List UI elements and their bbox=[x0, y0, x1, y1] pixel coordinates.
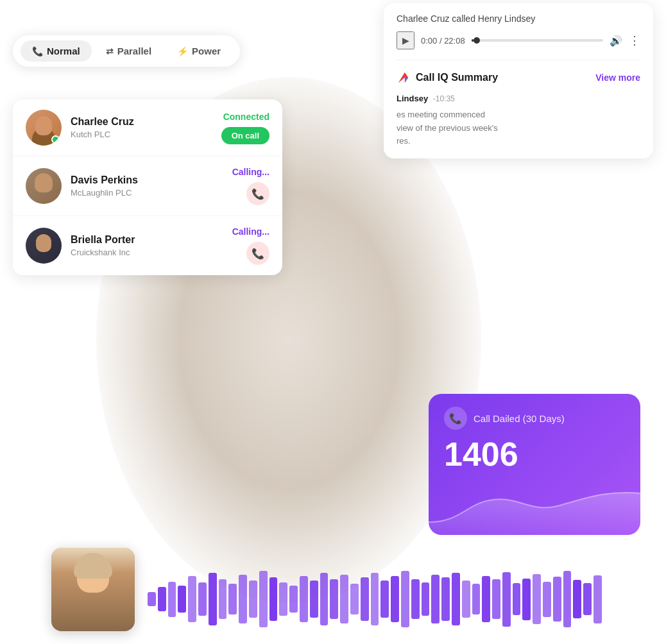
on-call-button-charlee[interactable]: On call bbox=[221, 127, 269, 144]
waveform-bar bbox=[209, 573, 217, 625]
waveform-bar bbox=[239, 575, 247, 623]
waveform-bar bbox=[340, 575, 348, 623]
contact-item-briella[interactable]: Briella Porter Cruickshank Inc Calling..… bbox=[13, 216, 282, 275]
waveform-bar bbox=[452, 573, 460, 625]
waveform-bar bbox=[188, 576, 196, 622]
tab-parallel-label: Parallel bbox=[117, 46, 151, 56]
status-label-davis: Calling... bbox=[232, 167, 269, 177]
waveform-bar bbox=[502, 572, 511, 627]
hangup-button-briella[interactable]: 📞 bbox=[246, 242, 269, 265]
waveform-bar bbox=[422, 582, 430, 616]
call-iq-header: Call IQ Summary View more bbox=[397, 71, 640, 85]
audio-progress-bar[interactable] bbox=[472, 39, 603, 42]
svg-marker-1 bbox=[405, 78, 409, 83]
volume-icon[interactable]: 🔊 bbox=[610, 35, 622, 47]
view-more-link[interactable]: View more bbox=[595, 72, 640, 83]
waveform-bar bbox=[158, 587, 166, 611]
waveform-bar bbox=[462, 580, 470, 618]
audio-player: ▶ 0:00 / 22:08 🔊 ⋮ bbox=[397, 31, 640, 60]
phone-icon: 📞 bbox=[32, 46, 43, 56]
waveform-bar bbox=[563, 571, 572, 627]
tab-parallel[interactable]: ⇄ Parallel bbox=[94, 40, 163, 62]
waveform-bar bbox=[593, 575, 602, 623]
waveform-bar bbox=[148, 592, 156, 606]
stats-card: 📞 Call Dailed (30 Days) 1406 bbox=[429, 394, 640, 535]
waveform-bar bbox=[380, 580, 389, 618]
waveform-bar bbox=[168, 582, 176, 617]
avatar-davis bbox=[26, 168, 62, 204]
waveform-bar bbox=[228, 584, 237, 614]
waveform-bar bbox=[441, 577, 450, 621]
contact-item-charlee[interactable]: Charlee Cruz Kutch PLC Connected On call bbox=[13, 99, 282, 157]
contact-name-davis: Davis Perkins bbox=[71, 174, 223, 186]
hangup-button-davis[interactable]: 📞 bbox=[246, 182, 269, 205]
more-options-icon[interactable]: ⋮ bbox=[629, 33, 640, 47]
waveform-bar bbox=[411, 579, 420, 619]
waveform-bar bbox=[573, 580, 581, 618]
contact-item-davis[interactable]: Davis Perkins McLaughlin PLC Calling... … bbox=[13, 157, 282, 216]
transcript-entry: Lindsey -10:35 es meeting commencedview … bbox=[397, 92, 640, 148]
audio-waveform bbox=[148, 567, 602, 631]
waveform-bar bbox=[249, 580, 257, 618]
waveform-bar bbox=[401, 571, 409, 627]
contact-company-briella: Cruickshank Inc bbox=[71, 248, 223, 257]
contact-info-davis: Davis Perkins McLaughlin PLC bbox=[71, 174, 223, 198]
waveform-bar bbox=[269, 577, 278, 621]
contact-info-briella: Briella Porter Cruickshank Inc bbox=[71, 234, 223, 257]
waveform-bar bbox=[219, 579, 227, 619]
progress-dot bbox=[474, 37, 480, 44]
call-iq-logo-icon bbox=[397, 71, 411, 85]
waveform-bar bbox=[482, 576, 490, 622]
waveform-bar bbox=[361, 577, 369, 621]
stats-wave-chart bbox=[429, 477, 640, 535]
waveform-bar bbox=[431, 575, 440, 623]
dialer-mode-tabs: 📞 Normal ⇄ Parallel ⚡ Power bbox=[13, 35, 240, 67]
contact-company-davis: McLaughlin PLC bbox=[71, 188, 223, 198]
contact-status-davis: Calling... 📞 bbox=[232, 167, 269, 205]
parallel-icon: ⇄ bbox=[106, 46, 114, 56]
waveform-bar bbox=[350, 584, 359, 614]
waveform-bar bbox=[279, 582, 287, 616]
waveform-bar bbox=[391, 576, 399, 622]
waveform-bar bbox=[492, 579, 500, 619]
transcript-timestamp: -10:35 bbox=[433, 94, 455, 103]
stats-card-title: Call Dailed (30 Days) bbox=[474, 413, 565, 424]
waveform-bar bbox=[543, 582, 551, 617]
call-iq-title-group: Call IQ Summary bbox=[397, 71, 498, 85]
waveform-bar bbox=[472, 584, 481, 614]
small-avatar-thumbnail bbox=[51, 548, 135, 631]
waveform-bar bbox=[178, 586, 186, 613]
play-button[interactable]: ▶ bbox=[397, 31, 414, 49]
contact-status-briella: Calling... 📞 bbox=[232, 226, 269, 265]
tab-normal[interactable]: 📞 Normal bbox=[21, 40, 92, 62]
waveform-bar bbox=[583, 583, 592, 615]
tab-power-label: Power bbox=[192, 46, 221, 56]
waveform-bar bbox=[198, 582, 207, 616]
waveform-bar bbox=[320, 573, 329, 625]
waveform-bar bbox=[289, 586, 298, 613]
status-label-charlee: Connected bbox=[223, 112, 269, 122]
contact-name-charlee: Charlee Cruz bbox=[71, 116, 212, 128]
waveform-bar bbox=[533, 574, 541, 624]
contact-company-charlee: Kutch PLC bbox=[71, 130, 212, 139]
contact-name-briella: Briella Porter bbox=[71, 234, 223, 246]
time-display: 0:00 / 22:08 bbox=[421, 36, 465, 46]
tab-normal-label: Normal bbox=[47, 46, 80, 56]
transcript-speaker: Lindsey bbox=[397, 94, 428, 103]
power-icon: ⚡ bbox=[177, 46, 188, 56]
avatar-briella bbox=[26, 228, 62, 264]
caller-info: Charlee Cruz called Henry Lindsey bbox=[397, 13, 640, 24]
stats-card-header: 📞 Call Dailed (30 Days) bbox=[444, 407, 625, 430]
waveform-bar bbox=[300, 576, 308, 622]
transcript-text: es meeting commencedview of the previous… bbox=[397, 108, 640, 148]
small-avatar-person bbox=[51, 548, 135, 631]
contact-list-panel: Charlee Cruz Kutch PLC Connected On call… bbox=[13, 99, 282, 275]
waveform-bar bbox=[259, 571, 268, 627]
online-indicator-charlee bbox=[51, 135, 60, 144]
waveform-bar bbox=[330, 579, 338, 619]
tab-power[interactable]: ⚡ Power bbox=[166, 40, 232, 62]
stats-phone-icon: 📞 bbox=[444, 407, 467, 430]
waveform-bar bbox=[310, 580, 318, 618]
avatar-charlee bbox=[26, 110, 62, 146]
waveform-bar bbox=[553, 577, 561, 622]
